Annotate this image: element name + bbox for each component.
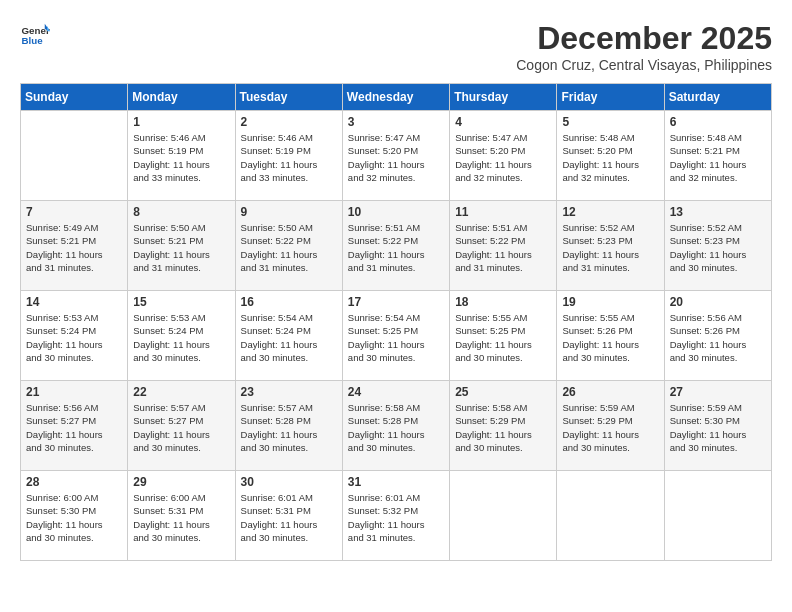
calendar-cell: 17Sunrise: 5:54 AM Sunset: 5:25 PM Dayli… (342, 291, 449, 381)
cell-info: Sunrise: 5:58 AM Sunset: 5:29 PM Dayligh… (455, 401, 551, 454)
cell-info: Sunrise: 5:53 AM Sunset: 5:24 PM Dayligh… (26, 311, 122, 364)
weekday-header: Tuesday (235, 84, 342, 111)
cell-info: Sunrise: 5:56 AM Sunset: 5:26 PM Dayligh… (670, 311, 766, 364)
calendar-cell (664, 471, 771, 561)
calendar-cell: 5Sunrise: 5:48 AM Sunset: 5:20 PM Daylig… (557, 111, 664, 201)
cell-info: Sunrise: 5:59 AM Sunset: 5:29 PM Dayligh… (562, 401, 658, 454)
cell-info: Sunrise: 5:58 AM Sunset: 5:28 PM Dayligh… (348, 401, 444, 454)
calendar-cell: 11Sunrise: 5:51 AM Sunset: 5:22 PM Dayli… (450, 201, 557, 291)
calendar-cell: 31Sunrise: 6:01 AM Sunset: 5:32 PM Dayli… (342, 471, 449, 561)
weekday-header: Friday (557, 84, 664, 111)
cell-info: Sunrise: 5:59 AM Sunset: 5:30 PM Dayligh… (670, 401, 766, 454)
cell-info: Sunrise: 5:46 AM Sunset: 5:19 PM Dayligh… (133, 131, 229, 184)
day-number: 14 (26, 295, 122, 309)
day-number: 18 (455, 295, 551, 309)
cell-info: Sunrise: 5:55 AM Sunset: 5:25 PM Dayligh… (455, 311, 551, 364)
cell-info: Sunrise: 5:57 AM Sunset: 5:28 PM Dayligh… (241, 401, 337, 454)
day-number: 19 (562, 295, 658, 309)
calendar-cell: 14Sunrise: 5:53 AM Sunset: 5:24 PM Dayli… (21, 291, 128, 381)
logo-icon: General Blue (20, 20, 50, 50)
calendar-cell (21, 111, 128, 201)
day-number: 26 (562, 385, 658, 399)
day-number: 6 (670, 115, 766, 129)
day-number: 27 (670, 385, 766, 399)
day-number: 2 (241, 115, 337, 129)
calendar-cell: 6Sunrise: 5:48 AM Sunset: 5:21 PM Daylig… (664, 111, 771, 201)
calendar-cell: 18Sunrise: 5:55 AM Sunset: 5:25 PM Dayli… (450, 291, 557, 381)
cell-info: Sunrise: 6:00 AM Sunset: 5:30 PM Dayligh… (26, 491, 122, 544)
calendar-cell: 3Sunrise: 5:47 AM Sunset: 5:20 PM Daylig… (342, 111, 449, 201)
calendar-cell: 22Sunrise: 5:57 AM Sunset: 5:27 PM Dayli… (128, 381, 235, 471)
weekday-header: Saturday (664, 84, 771, 111)
day-number: 5 (562, 115, 658, 129)
day-number: 15 (133, 295, 229, 309)
day-number: 11 (455, 205, 551, 219)
cell-info: Sunrise: 5:57 AM Sunset: 5:27 PM Dayligh… (133, 401, 229, 454)
calendar-cell (557, 471, 664, 561)
cell-info: Sunrise: 5:56 AM Sunset: 5:27 PM Dayligh… (26, 401, 122, 454)
day-number: 12 (562, 205, 658, 219)
cell-info: Sunrise: 5:54 AM Sunset: 5:24 PM Dayligh… (241, 311, 337, 364)
cell-info: Sunrise: 6:01 AM Sunset: 5:32 PM Dayligh… (348, 491, 444, 544)
weekday-header: Wednesday (342, 84, 449, 111)
location-title: Cogon Cruz, Central Visayas, Philippines (516, 57, 772, 73)
calendar-table: SundayMondayTuesdayWednesdayThursdayFrid… (20, 83, 772, 561)
day-number: 16 (241, 295, 337, 309)
cell-info: Sunrise: 5:48 AM Sunset: 5:20 PM Dayligh… (562, 131, 658, 184)
calendar-cell: 24Sunrise: 5:58 AM Sunset: 5:28 PM Dayli… (342, 381, 449, 471)
title-block: December 2025 Cogon Cruz, Central Visaya… (516, 20, 772, 73)
cell-info: Sunrise: 5:48 AM Sunset: 5:21 PM Dayligh… (670, 131, 766, 184)
cell-info: Sunrise: 5:52 AM Sunset: 5:23 PM Dayligh… (562, 221, 658, 274)
cell-info: Sunrise: 5:52 AM Sunset: 5:23 PM Dayligh… (670, 221, 766, 274)
day-number: 7 (26, 205, 122, 219)
calendar-cell: 4Sunrise: 5:47 AM Sunset: 5:20 PM Daylig… (450, 111, 557, 201)
calendar-cell: 13Sunrise: 5:52 AM Sunset: 5:23 PM Dayli… (664, 201, 771, 291)
cell-info: Sunrise: 5:46 AM Sunset: 5:19 PM Dayligh… (241, 131, 337, 184)
cell-info: Sunrise: 6:01 AM Sunset: 5:31 PM Dayligh… (241, 491, 337, 544)
calendar-cell: 2Sunrise: 5:46 AM Sunset: 5:19 PM Daylig… (235, 111, 342, 201)
day-number: 10 (348, 205, 444, 219)
cell-info: Sunrise: 6:00 AM Sunset: 5:31 PM Dayligh… (133, 491, 229, 544)
logo: General Blue (20, 20, 50, 50)
day-number: 29 (133, 475, 229, 489)
day-number: 17 (348, 295, 444, 309)
calendar-cell: 27Sunrise: 5:59 AM Sunset: 5:30 PM Dayli… (664, 381, 771, 471)
month-title: December 2025 (516, 20, 772, 57)
cell-info: Sunrise: 5:51 AM Sunset: 5:22 PM Dayligh… (455, 221, 551, 274)
calendar-cell: 25Sunrise: 5:58 AM Sunset: 5:29 PM Dayli… (450, 381, 557, 471)
calendar-cell: 7Sunrise: 5:49 AM Sunset: 5:21 PM Daylig… (21, 201, 128, 291)
weekday-header: Thursday (450, 84, 557, 111)
weekday-header: Monday (128, 84, 235, 111)
day-number: 25 (455, 385, 551, 399)
day-number: 13 (670, 205, 766, 219)
svg-text:Blue: Blue (22, 35, 44, 46)
calendar-cell: 20Sunrise: 5:56 AM Sunset: 5:26 PM Dayli… (664, 291, 771, 381)
cell-info: Sunrise: 5:55 AM Sunset: 5:26 PM Dayligh… (562, 311, 658, 364)
calendar-cell: 19Sunrise: 5:55 AM Sunset: 5:26 PM Dayli… (557, 291, 664, 381)
calendar-cell: 26Sunrise: 5:59 AM Sunset: 5:29 PM Dayli… (557, 381, 664, 471)
calendar-cell: 29Sunrise: 6:00 AM Sunset: 5:31 PM Dayli… (128, 471, 235, 561)
cell-info: Sunrise: 5:54 AM Sunset: 5:25 PM Dayligh… (348, 311, 444, 364)
calendar-cell: 30Sunrise: 6:01 AM Sunset: 5:31 PM Dayli… (235, 471, 342, 561)
calendar-cell (450, 471, 557, 561)
calendar-cell: 10Sunrise: 5:51 AM Sunset: 5:22 PM Dayli… (342, 201, 449, 291)
day-number: 3 (348, 115, 444, 129)
day-number: 24 (348, 385, 444, 399)
day-number: 30 (241, 475, 337, 489)
cell-info: Sunrise: 5:49 AM Sunset: 5:21 PM Dayligh… (26, 221, 122, 274)
calendar-cell: 28Sunrise: 6:00 AM Sunset: 5:30 PM Dayli… (21, 471, 128, 561)
cell-info: Sunrise: 5:47 AM Sunset: 5:20 PM Dayligh… (455, 131, 551, 184)
day-number: 8 (133, 205, 229, 219)
cell-info: Sunrise: 5:51 AM Sunset: 5:22 PM Dayligh… (348, 221, 444, 274)
calendar-cell: 9Sunrise: 5:50 AM Sunset: 5:22 PM Daylig… (235, 201, 342, 291)
day-number: 9 (241, 205, 337, 219)
weekday-header: Sunday (21, 84, 128, 111)
calendar-cell: 16Sunrise: 5:54 AM Sunset: 5:24 PM Dayli… (235, 291, 342, 381)
page-header: General Blue December 2025 Cogon Cruz, C… (20, 20, 772, 73)
day-number: 21 (26, 385, 122, 399)
cell-info: Sunrise: 5:50 AM Sunset: 5:21 PM Dayligh… (133, 221, 229, 274)
day-number: 28 (26, 475, 122, 489)
day-number: 1 (133, 115, 229, 129)
calendar-cell: 12Sunrise: 5:52 AM Sunset: 5:23 PM Dayli… (557, 201, 664, 291)
day-number: 20 (670, 295, 766, 309)
